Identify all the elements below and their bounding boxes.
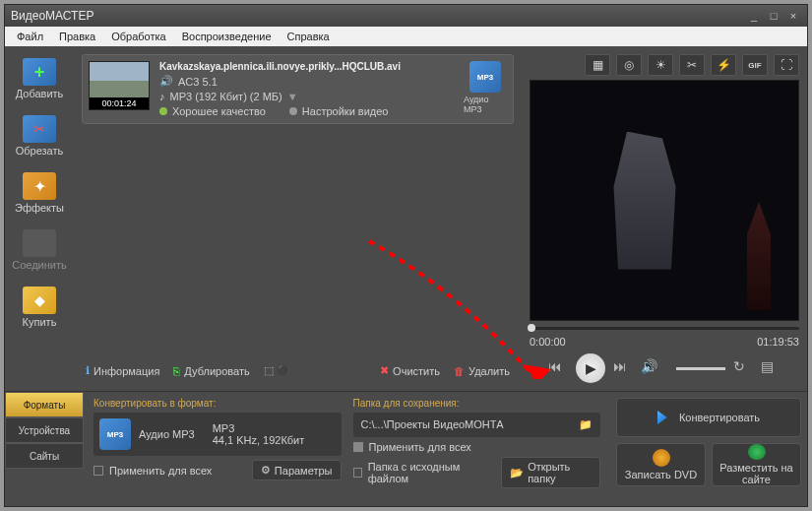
volume-slider[interactable] [676, 367, 725, 370]
duplicate-button[interactable]: ⎘Дублировать [173, 365, 249, 377]
buy-icon [23, 287, 56, 314]
effects-button[interactable]: Эффекты [9, 168, 70, 218]
toggle-icon[interactable]: ⬚ ⚫ [264, 364, 290, 377]
file-toolbar: ℹИнформация ⎘Дублировать ⬚ ⚫ ✖Очистить 🗑… [82, 358, 514, 383]
open-folder-button[interactable]: 📂Открыть папку [501, 457, 600, 488]
maximize-button[interactable]: □ [766, 9, 781, 23]
crop-tool-icon[interactable]: ▦ [585, 54, 610, 76]
cut-button[interactable]: Обрезать [9, 111, 70, 160]
add-icon [23, 58, 56, 86]
output-tabs: Форматы Устройства Сайты [5, 392, 84, 506]
scrubber[interactable] [530, 327, 799, 330]
add-button[interactable]: Добавить [9, 54, 70, 103]
file-item[interactable]: 00:01:24 Kavkazskaya.plennica.ili.novye.… [82, 54, 514, 124]
publish-web-button[interactable]: Разместить на сайте [712, 443, 801, 486]
play-button[interactable]: ▶ [576, 353, 605, 383]
time-current: 0:00:00 [530, 336, 566, 348]
save-path[interactable]: C:\...\Проекты ВидеоМОНТА 📁 [353, 413, 601, 437]
apply-all-format-checkbox[interactable] [94, 466, 103, 476]
join-button: Соединить [9, 225, 70, 275]
mp3-format-icon: MP3 [99, 418, 131, 450]
next-button[interactable]: ⏭ [613, 358, 633, 378]
browse-icon[interactable]: 📁 [579, 418, 593, 431]
apply-all-path-checkbox[interactable] [353, 442, 363, 452]
menu-file[interactable]: Файл [9, 29, 51, 44]
menu-processing[interactable]: Обработка [103, 29, 173, 44]
snapshot-tool-icon[interactable]: ◎ [616, 54, 642, 76]
menubar: Файл Правка Обработка Воспроизведение Сп… [5, 27, 807, 46]
folder-icon: 📂 [510, 467, 524, 479]
format-badge[interactable]: MP3 Аудио MP3 [464, 61, 507, 114]
menu-help[interactable]: Справка [280, 29, 338, 44]
titlebar: ВидеоМАСТЕР _ □ × [5, 5, 807, 27]
format-selector[interactable]: MP3 Аудио MP3 MP344,1 KHz, 192Кбит [94, 413, 342, 456]
mp3-icon: MP3 [469, 61, 501, 93]
settings-icon [289, 107, 297, 115]
speed-tool-icon[interactable]: ⚡ [711, 54, 736, 76]
file-list: 00:01:24 Kavkazskaya.plennica.ili.novye.… [74, 46, 522, 391]
app-title: ВидеоМАСТЕР [11, 9, 94, 23]
tab-formats[interactable]: Форматы [5, 392, 84, 417]
gear-icon: ⚙ [261, 464, 271, 477]
speaker-icon: 🔊 [159, 75, 173, 88]
burn-dvd-button[interactable]: Записать DVD [616, 443, 706, 486]
delete-button[interactable]: 🗑Удалить [454, 365, 510, 377]
menu-edit[interactable]: Правка [51, 29, 103, 44]
params-button[interactable]: ⚙Параметры [252, 460, 342, 480]
sidebar: Добавить Обрезать Эффекты Соединить Купи… [5, 46, 74, 391]
thumbnail: 00:01:24 [89, 61, 150, 110]
time-total: 01:19:53 [757, 336, 799, 348]
preview-screen[interactable] [530, 80, 799, 321]
volume-icon[interactable]: 🔊 [641, 358, 660, 378]
close-button[interactable]: × [785, 9, 801, 23]
repeat-button[interactable]: ↻ [733, 358, 753, 378]
globe-icon [748, 444, 766, 460]
convert-format-section: Конвертировать в формат: MP3 Аудио MP3 M… [94, 398, 342, 500]
save-folder-section: Папка для сохранения: C:\...\Проекты Вид… [353, 398, 601, 500]
fullscreen-tool-icon[interactable]: ⛶ [774, 54, 799, 76]
minimize-button[interactable]: _ [746, 9, 762, 23]
tab-devices[interactable]: Устройства [5, 417, 84, 443]
brightness-tool-icon[interactable]: ☀ [648, 54, 673, 76]
effects-icon [23, 172, 56, 200]
preview-panel: ▦ ◎ ☀ ✂ ⚡ GIF ⛶ 0:00:0001:19:53 ⏮ ▶ ⏭ 🔊 … [522, 46, 807, 391]
buy-button[interactable]: Купить [9, 283, 70, 332]
trim-tool-icon[interactable]: ✂ [679, 54, 705, 76]
prev-button[interactable]: ⏮ [548, 358, 568, 378]
tab-sites[interactable]: Сайты [5, 443, 84, 469]
dvd-icon [653, 449, 670, 467]
info-button[interactable]: ℹИнформация [86, 364, 159, 377]
note-icon: ♪ [159, 91, 165, 102]
clear-button[interactable]: ✖Очистить [380, 364, 440, 377]
convert-button[interactable]: Конвертировать [616, 398, 801, 437]
join-icon [23, 229, 56, 257]
gif-tool-icon[interactable]: GIF [742, 54, 768, 76]
quality-indicator-icon [159, 107, 167, 115]
cut-icon [23, 115, 56, 143]
menu-playback[interactable]: Воспроизведение [174, 29, 280, 44]
file-name: Kavkazskaya.plennica.ili.novye.prikly...… [159, 61, 454, 72]
mode-button[interactable]: ▤ [761, 358, 781, 378]
play-icon [657, 411, 671, 424]
src-folder-checkbox[interactable] [353, 468, 362, 478]
